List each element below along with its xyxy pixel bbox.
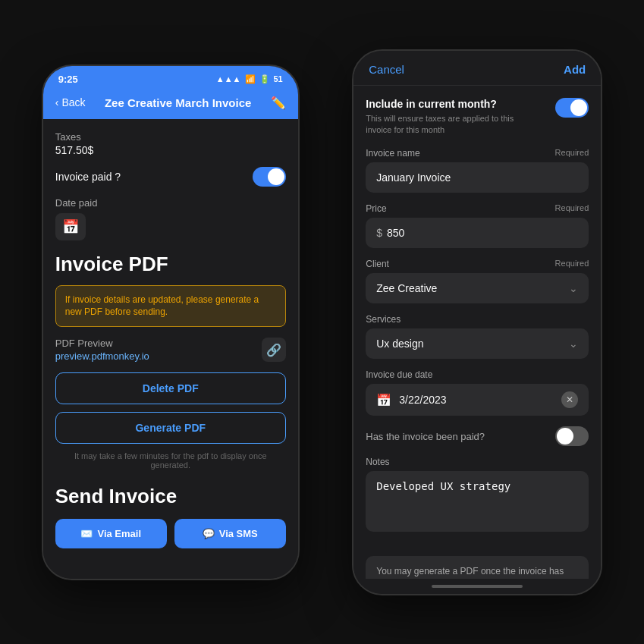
notes-label-row: Notes: [366, 457, 589, 467]
battery-value: 51: [274, 74, 283, 83]
due-date-field: Invoice due date 📅 3/22/2023 ✕: [366, 369, 589, 416]
status-icons: ▲▲▲ 📶 🔋 51: [216, 74, 283, 84]
services-value: Ux design: [376, 338, 423, 350]
invoice-name-label-row: Invoice name Required: [366, 148, 589, 159]
invoice-name-field: Invoice name Required: [366, 148, 589, 193]
pdf-preview-label: PDF Preview: [55, 338, 149, 349]
pdf-notice: You may generate a PDF once the invoice …: [366, 556, 589, 578]
services-label-row: Services: [366, 314, 589, 325]
price-required: Required: [555, 203, 589, 214]
due-date-calendar-icon: 📅: [376, 393, 391, 407]
battery-icon: 🔋: [259, 74, 270, 84]
generate-pdf-button[interactable]: Generate PDF: [55, 412, 286, 444]
due-date-picker[interactable]: 📅 3/22/2023 ✕: [366, 384, 589, 416]
calendar-button[interactable]: 📅: [55, 213, 86, 240]
taxes-label: Taxes: [55, 131, 286, 143]
taxes-value: 517.50$: [55, 144, 286, 156]
right-header: Cancel Add: [353, 51, 601, 86]
warning-box: If invoice details are updated, please g…: [55, 285, 286, 328]
back-chevron-icon: ‹: [55, 96, 59, 108]
back-button[interactable]: ‹ Back: [55, 96, 86, 108]
invoice-paid-row: Invoice paid ?: [55, 167, 286, 187]
services-chevron-icon: ⌄: [569, 338, 578, 350]
notes-textarea[interactable]: Developed UX strategy: [366, 471, 589, 532]
date-left: 📅 3/22/2023: [376, 393, 446, 407]
due-date-value: 3/22/2023: [399, 394, 446, 406]
client-chevron-icon: ⌄: [569, 282, 578, 294]
nav-bar: ‹ Back Zee Creative March Invoice ✏️: [43, 90, 298, 119]
client-dropdown[interactable]: Zee Creative ⌄: [366, 273, 589, 303]
pdf-note: It may take a few minutes for the pdf to…: [55, 451, 286, 470]
client-label-row: Client Required: [366, 259, 589, 269]
date-paid-row: Date paid 📅: [55, 197, 286, 240]
include-current-month-row: Include in current month? This will ensu…: [366, 98, 589, 137]
home-indicator: [353, 579, 601, 594]
left-phone: 9:25 ▲▲▲ 📶 🔋 51 ‹ Back Zee Creative Marc…: [42, 64, 300, 580]
edit-icon[interactable]: ✏️: [271, 96, 286, 110]
services-label: Services: [366, 314, 401, 325]
services-dropdown[interactable]: Ux design ⌄: [366, 328, 589, 359]
via-sms-button[interactable]: 💬 Via SMS: [174, 519, 286, 548]
calendar-icon: 📅: [62, 218, 79, 235]
include-toggle[interactable]: [555, 98, 589, 118]
paid-toggle[interactable]: [555, 426, 589, 446]
invoice-name-required: Required: [555, 148, 589, 159]
price-input[interactable]: [387, 227, 578, 239]
send-buttons: ✉️ Via Email 💬 Via SMS: [55, 519, 286, 548]
paid-label: Has the invoice been paid?: [366, 431, 485, 442]
notes-label: Notes: [366, 457, 389, 467]
client-field: Client Required Zee Creative ⌄: [366, 259, 589, 303]
back-label: Back: [61, 96, 85, 108]
paid-toggle-row: Has the invoice been paid?: [366, 426, 589, 446]
warning-text: If invoice details are updated, please g…: [65, 294, 276, 319]
include-text: Include in current month? This will ensu…: [366, 98, 532, 137]
date-paid-label: Date paid: [55, 197, 286, 209]
right-content: Include in current month? This will ensu…: [353, 86, 601, 579]
left-content: Taxes 517.50$ Invoice paid ? Date paid 📅…: [43, 119, 298, 579]
due-date-label-row: Invoice due date: [366, 369, 589, 380]
price-label: Price: [366, 203, 386, 214]
cancel-button[interactable]: Cancel: [369, 63, 404, 76]
invoice-pdf-heading: Invoice PDF: [55, 253, 286, 276]
pdf-preview-url[interactable]: preview.pdfmonkey.io: [55, 350, 149, 362]
pdf-preview-row: PDF Preview preview.pdfmonkey.io 🔗: [55, 338, 286, 362]
price-field: Price Required $: [366, 203, 589, 248]
via-email-label: Via Email: [97, 528, 141, 539]
link-icon[interactable]: 🔗: [262, 338, 286, 362]
delete-pdf-button[interactable]: Delete PDF: [55, 372, 286, 404]
clear-date-button[interactable]: ✕: [561, 391, 578, 408]
invoice-name-label: Invoice name: [366, 148, 419, 159]
home-bar: [432, 585, 523, 588]
right-phone: Cancel Add Include in current month? Thi…: [352, 49, 602, 595]
signal-icon: ▲▲▲: [216, 74, 241, 83]
include-desc: This will ensure taxes are applied to th…: [366, 113, 532, 137]
sms-icon: 💬: [203, 528, 215, 539]
client-value: Zee Creative: [376, 282, 437, 294]
services-field: Services Ux design ⌄: [366, 314, 589, 359]
invoice-paid-label: Invoice paid ?: [55, 171, 121, 183]
price-input-wrapper: $: [366, 218, 589, 248]
invoice-name-input[interactable]: [366, 162, 589, 193]
wifi-icon: 📶: [245, 74, 256, 84]
client-label: Client: [366, 259, 389, 269]
scene: 9:25 ▲▲▲ 📶 🔋 51 ‹ Back Zee Creative Marc…: [0, 0, 644, 644]
add-button[interactable]: Add: [564, 63, 586, 76]
include-title: Include in current month?: [366, 98, 532, 110]
currency-symbol: $: [376, 227, 382, 239]
pdf-preview-info: PDF Preview preview.pdfmonkey.io: [55, 338, 149, 362]
email-icon: ✉️: [80, 528, 93, 539]
via-sms-label: Via SMS: [219, 528, 258, 539]
notes-field: Notes Developed UX strategy: [366, 457, 589, 545]
status-time: 9:25: [58, 74, 78, 85]
due-date-label: Invoice due date: [366, 369, 432, 380]
nav-title: Zee Creative March Invoice: [86, 96, 271, 109]
send-invoice-heading: Send Invoice: [55, 485, 286, 508]
invoice-paid-toggle[interactable]: [253, 167, 286, 187]
client-required: Required: [555, 259, 589, 269]
via-email-button[interactable]: ✉️ Via Email: [55, 519, 167, 548]
status-bar: 9:25 ▲▲▲ 📶 🔋 51: [43, 66, 298, 90]
price-label-row: Price Required: [366, 203, 589, 214]
